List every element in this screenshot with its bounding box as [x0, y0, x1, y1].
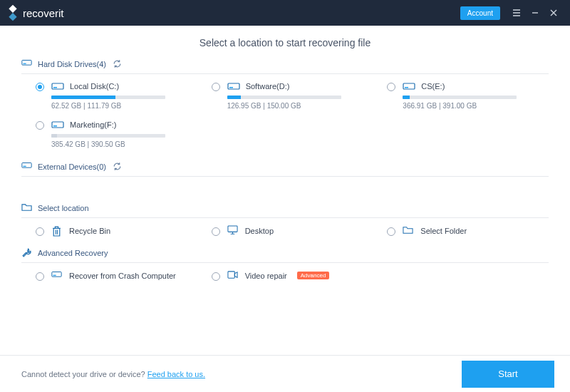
drive-name: CS(E:) [421, 82, 445, 91]
svg-rect-15 [228, 272, 234, 278]
svg-rect-5 [229, 87, 233, 88]
refresh-icon[interactable] [112, 161, 123, 172]
section-header-advanced: Advanced Recovery [21, 247, 549, 258]
svg-rect-8 [52, 122, 63, 128]
wrench-icon [21, 247, 32, 258]
radio-button[interactable] [36, 83, 44, 91]
disk-icon [227, 81, 240, 91]
section-label: Select location [38, 204, 89, 212]
location-item-desktop[interactable]: Desktop [212, 225, 373, 236]
minimize-button[interactable] [526, 4, 544, 22]
account-button[interactable]: Account [460, 6, 500, 20]
usage-bar [51, 96, 165, 99]
start-button[interactable]: Start [462, 361, 554, 388]
divider [21, 73, 549, 74]
drive-size: 385.42 GB | 390.50 GB [51, 140, 197, 148]
divider [21, 262, 549, 263]
drive-icon [21, 161, 32, 172]
svg-rect-12 [228, 226, 237, 232]
folder-icon [21, 202, 32, 213]
drive-name: Software(D:) [246, 82, 290, 91]
footer-prefix: Cannot detect your drive or device? [21, 370, 147, 378]
drive-size: 366.91 GB | 391.00 GB [403, 102, 549, 110]
svg-rect-10 [22, 163, 31, 167]
logo-icon [5, 5, 21, 21]
content-area: Select a location to start recovering fi… [0, 26, 570, 355]
location-name: Desktop [245, 227, 274, 235]
recycle-bin-icon [51, 225, 62, 236]
advanced-grid: Recover from Crash Computer Video repair… [21, 270, 549, 281]
brand-name: recoverit [23, 7, 64, 19]
footer-text: Cannot detect your drive or device? Feed… [21, 370, 205, 378]
drive-item[interactable]: Software(D:) 126.95 GB | 150.00 GB [212, 81, 373, 110]
svg-rect-11 [23, 166, 26, 167]
location-item-recycle-bin[interactable]: Recycle Bin [36, 225, 197, 236]
page-title: Select a location to start recovering fi… [21, 37, 549, 48]
divider [21, 217, 549, 218]
section-label: Advanced Recovery [38, 249, 108, 257]
location-item-select-folder[interactable]: Select Folder [387, 225, 549, 236]
divider [21, 176, 549, 177]
svg-rect-0 [22, 60, 31, 65]
radio-button[interactable] [212, 227, 220, 236]
advanced-item-video-repair[interactable]: Video repair Advanced [212, 270, 373, 281]
advanced-name: Video repair [245, 272, 287, 280]
video-repair-icon [227, 270, 238, 281]
refresh-icon[interactable] [112, 58, 123, 69]
folder-open-icon [403, 225, 413, 236]
menu-button[interactable] [507, 4, 526, 22]
radio-button[interactable] [212, 272, 220, 281]
radio-button[interactable] [36, 121, 44, 130]
drive-size: 126.95 GB | 150.00 GB [227, 102, 373, 110]
usage-bar [227, 96, 341, 99]
svg-rect-6 [403, 83, 415, 89]
radio-button[interactable] [36, 272, 44, 281]
drive-icon [21, 58, 32, 69]
location-name: Recycle Bin [69, 227, 110, 235]
advanced-name: Recover from Crash Computer [69, 272, 176, 280]
disk-icon [403, 81, 415, 91]
usage-bar [403, 96, 517, 99]
svg-rect-14 [53, 275, 56, 276]
svg-rect-2 [52, 83, 63, 89]
section-header-select-location: Select location [21, 202, 549, 213]
radio-button[interactable] [387, 227, 395, 236]
footer: Cannot detect your drive or device? Feed… [0, 355, 570, 392]
locations-grid: Recycle Bin Desktop Select Folder [21, 225, 549, 236]
radio-button[interactable] [36, 227, 44, 236]
feedback-link[interactable]: Feed back to us. [147, 370, 205, 378]
title-bar: recoverit Account [0, 0, 570, 26]
desktop-icon [227, 225, 238, 236]
drives-grid: Local Disk(C:) 62.52 GB | 111.79 GB Soft… [21, 81, 549, 148]
drive-size: 62.52 GB | 111.79 GB [51, 102, 197, 110]
section-label: Hard Disk Drives(4) [38, 60, 106, 68]
advanced-badge: Advanced [297, 272, 330, 279]
section-header-drives: Hard Disk Drives(4) [21, 58, 549, 69]
location-name: Select Folder [420, 227, 467, 235]
drive-name: Marketing(F:) [70, 120, 116, 129]
app-logo: recoverit [7, 7, 64, 19]
svg-rect-13 [52, 272, 61, 277]
svg-rect-9 [53, 125, 57, 127]
section-header-external: External Devices(0) [21, 161, 549, 172]
drive-item[interactable]: Local Disk(C:) 62.52 GB | 111.79 GB [36, 81, 197, 110]
svg-rect-4 [228, 83, 239, 89]
close-button[interactable] [544, 4, 563, 22]
app-window: recoverit Account Select a location to s… [0, 0, 570, 392]
radio-button[interactable] [212, 83, 220, 91]
svg-rect-7 [405, 87, 408, 88]
radio-button[interactable] [387, 83, 395, 91]
drive-item[interactable]: Marketing(F:) 385.42 GB | 390.50 GB [36, 120, 197, 148]
section-label: External Devices(0) [38, 163, 106, 171]
usage-bar [51, 134, 165, 138]
disk-icon [51, 120, 64, 130]
svg-rect-3 [53, 87, 57, 88]
disk-icon [51, 270, 62, 281]
disk-icon [51, 81, 64, 91]
drive-name: Local Disk(C:) [70, 82, 119, 91]
advanced-item-crash[interactable]: Recover from Crash Computer [36, 270, 197, 281]
svg-rect-1 [23, 63, 26, 64]
drive-item[interactable]: CS(E:) 366.91 GB | 391.00 GB [387, 81, 549, 110]
